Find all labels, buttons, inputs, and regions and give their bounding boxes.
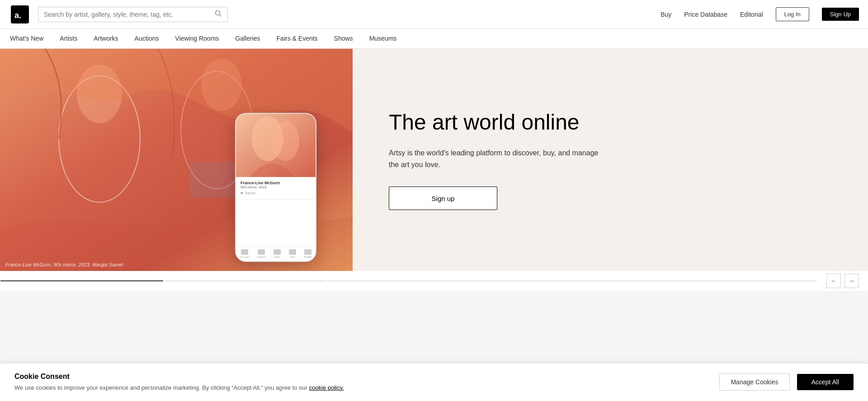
phone-nav-inbox: Inbox [274, 249, 281, 258]
phone-nav-foryou: For you [240, 249, 249, 258]
home-icon [241, 249, 248, 255]
carousel-progress-row: ← → [0, 271, 868, 291]
phone-artwork-info: France-Lise McGurn 90s mirror, 2023 ♥ Sa… [236, 177, 316, 200]
phone-nav-label-foryou: For you [240, 256, 249, 258]
hero-image: France-Lise McGurn 90s mirror, 2023 ♥ Sa… [0, 49, 353, 271]
phone-nav-label-profile: Profile [304, 256, 311, 258]
profile-icon [304, 249, 311, 255]
header-link-buy[interactable]: Buy [660, 11, 671, 18]
sidebar-item-artists[interactable]: Artists [59, 29, 78, 48]
svg-point-12 [272, 121, 299, 161]
phone-artwork-title: 90s mirror, 2023 [241, 185, 311, 189]
carousel-controls: ← → [817, 274, 868, 288]
svg-line-3 [220, 14, 222, 16]
svg-text:a.: a. [14, 11, 21, 20]
hero-caption: France-Lise McGurn, 90s mirror, 2023. Ma… [5, 262, 123, 267]
sidebar-item-whats-new[interactable]: What's New [9, 29, 44, 48]
login-button[interactable]: Log In [776, 7, 809, 21]
progress-segment-2 [327, 280, 490, 281]
carousel-next-button[interactable]: → [844, 274, 859, 288]
inbox-icon [274, 249, 281, 255]
hero-title: The art world online [389, 110, 832, 135]
phone-search-icon [258, 249, 265, 255]
header-links: Buy Price Database Editorial Log In Sign… [660, 7, 859, 21]
phone-nav-search: Search [257, 249, 266, 258]
progress-segment-4 [654, 280, 817, 281]
sidebar-item-fairs-events[interactable]: Fairs & Events [276, 29, 319, 48]
search-bar[interactable] [38, 7, 228, 22]
signup-button-header[interactable]: Sign Up [822, 8, 859, 21]
progress-segment-0 [0, 280, 163, 281]
saved-label: Saved [245, 191, 255, 195]
sidebar-item-museums[interactable]: Museums [368, 29, 398, 48]
signup-button-hero[interactable]: Sign up [389, 187, 497, 210]
heart-icon: ♥ [241, 191, 243, 196]
navbar: What's New Artists Artworks Auctions Vie… [0, 29, 868, 49]
header: a. Buy Price Database Editorial Log In S… [0, 0, 868, 29]
progress-segment-1 [164, 280, 327, 281]
progress-segment-3 [491, 280, 654, 281]
carousel-prev-button[interactable]: ← [826, 274, 841, 288]
phone-screen: France-Lise McGurn 90s mirror, 2023 ♥ Sa… [236, 114, 316, 261]
search-input[interactable] [44, 11, 211, 18]
phone-nav: For you Search Inbox Sell [236, 246, 316, 261]
hero-subtitle: Artsy is the world's leading platform to… [389, 147, 606, 170]
sidebar-item-auctions[interactable]: Auctions [134, 29, 160, 48]
phone-nav-sell: Sell [289, 249, 296, 258]
phone-nav-profile: Profile [304, 249, 311, 258]
phone-mockup: France-Lise McGurn 90s mirror, 2023 ♥ Sa… [235, 113, 316, 262]
hero-section: France-Lise McGurn 90s mirror, 2023 ♥ Sa… [0, 49, 868, 271]
sidebar-item-shows[interactable]: Shows [333, 29, 354, 48]
phone-artwork-image [236, 114, 316, 177]
phone-artist-name: France-Lise McGurn [241, 181, 311, 185]
phone-nav-label-inbox: Inbox [274, 256, 281, 258]
phone-nav-label-sell: Sell [290, 256, 295, 258]
sidebar-item-galleries[interactable]: Galleries [234, 29, 261, 48]
sidebar-item-viewing-rooms[interactable]: Viewing Rooms [174, 29, 220, 48]
phone-saved-area: ♥ Saved [241, 191, 311, 196]
sidebar-item-artworks[interactable]: Artworks [93, 29, 119, 48]
phone-nav-label-search: Search [257, 256, 266, 258]
search-icon [215, 10, 222, 19]
header-link-price-database[interactable]: Price Database [684, 11, 727, 18]
header-link-editorial[interactable]: Editorial [740, 11, 763, 18]
hero-content: The art world online Artsy is the world'… [353, 49, 868, 271]
sell-icon [289, 249, 296, 255]
artsy-logo[interactable]: a. [9, 4, 31, 25]
